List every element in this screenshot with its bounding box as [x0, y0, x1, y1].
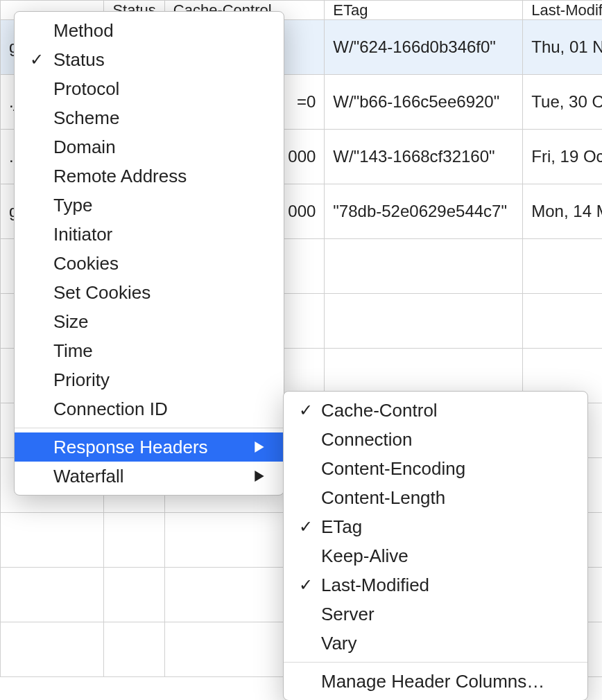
menu-item-time[interactable]: Time	[15, 336, 284, 365]
cell-etag: W/"143-1668cf32160"	[325, 130, 523, 184]
cell-etag: W/"b66-166c5ee6920"	[325, 75, 523, 130]
menu-item-content-encoding[interactable]: Content-Encoding	[284, 454, 587, 483]
cell-etag: "78db-52e0629e544c7"	[325, 184, 523, 239]
menu-item-waterfall[interactable]: Waterfall	[15, 462, 284, 491]
menu-item-remote-address[interactable]: Remote Address	[15, 161, 284, 191]
menu-item-cookies[interactable]: Cookies	[15, 249, 284, 278]
menu-item-initiator[interactable]: Initiator	[15, 220, 284, 249]
menu-item-priority[interactable]: Priority	[15, 365, 284, 394]
menu-item-status[interactable]: Status	[15, 45, 284, 74]
menu-item-set-cookies[interactable]: Set Cookies	[15, 278, 284, 307]
menu-item-domain[interactable]: Domain	[15, 132, 284, 161]
menu-item-keep-alive[interactable]: Keep-Alive	[284, 541, 587, 570]
menu-item-scheme[interactable]: Scheme	[15, 103, 284, 132]
menu-item-type[interactable]: Type	[15, 191, 284, 220]
response-headers-submenu: Cache-ControlConnectionContent-EncodingC…	[283, 391, 588, 700]
chevron-right-icon	[255, 471, 264, 482]
menu-item-method[interactable]: Method	[15, 16, 284, 45]
cell-etag: W/"624-166d0b346f0"	[325, 20, 523, 75]
menu-item-protocol[interactable]: Protocol	[15, 74, 284, 103]
cell-last-modified: Mon, 14 M	[523, 184, 602, 239]
menu-item-size[interactable]: Size	[15, 307, 284, 336]
chevron-right-icon	[255, 441, 264, 453]
menu-item-manage-header-columns[interactable]: Manage Header Columns…	[284, 667, 587, 696]
menu-item-cache-control[interactable]: Cache-Control	[284, 396, 587, 425]
menu-item-server[interactable]: Server	[284, 600, 587, 629]
cell-last-modified: Tue, 30 O	[523, 75, 602, 130]
menu-separator	[15, 428, 284, 428]
cell-last-modified: Thu, 01 N	[523, 20, 602, 75]
menu-item-vary[interactable]: Vary	[284, 629, 587, 658]
cell-last-modified: Fri, 19 Oc	[523, 130, 602, 184]
column-context-menu: MethodStatusProtocolSchemeDomainRemote A…	[14, 11, 284, 496]
menu-item-label: Response Headers	[53, 435, 208, 459]
menu-separator	[284, 662, 587, 663]
col-header-etag[interactable]: ETag	[325, 1, 523, 20]
menu-item-content-length[interactable]: Content-Length	[284, 483, 587, 512]
col-header-last-modified[interactable]: Last-Modified	[523, 1, 602, 20]
menu-item-label: Waterfall	[53, 464, 124, 488]
menu-item-last-modified[interactable]: Last-Modified	[284, 570, 587, 600]
menu-item-connection-id[interactable]: Connection ID	[15, 394, 284, 423]
menu-item-etag[interactable]: ETag	[284, 512, 587, 541]
menu-item-connection[interactable]: Connection	[284, 425, 587, 454]
menu-item-response-headers[interactable]: Response Headers	[15, 432, 284, 462]
